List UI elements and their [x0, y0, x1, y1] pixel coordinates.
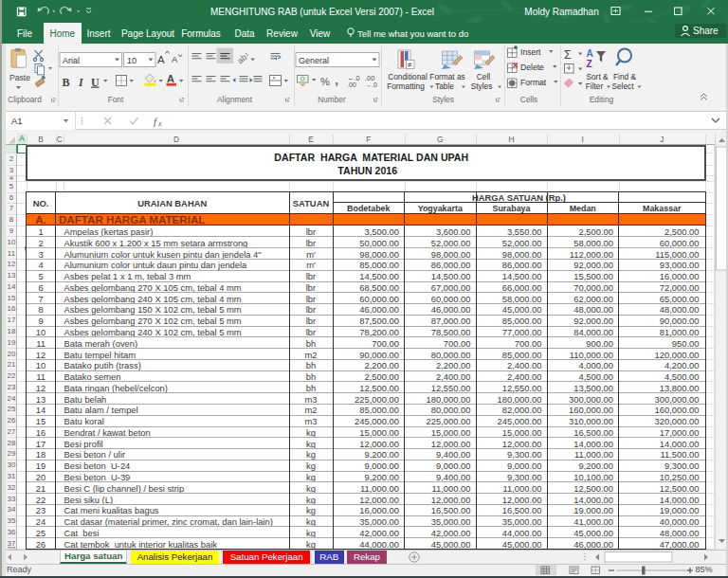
svg-text:x: x [157, 119, 162, 128]
